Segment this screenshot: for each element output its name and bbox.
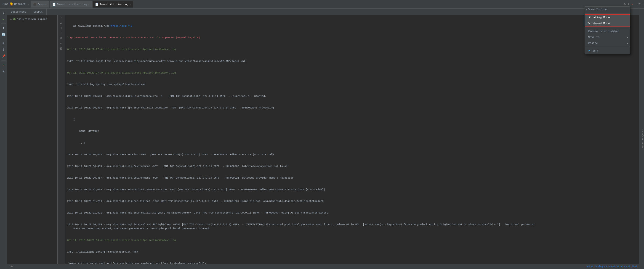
close-tab-localhost[interactable]: ✕	[88, 3, 90, 6]
menu-sep-3	[585, 47, 630, 47]
menu-highlighted-section: Floating Mode Windowed Mode	[585, 14, 630, 27]
log-line-6: 2018-10-11 10:29:29,528 - com.zaxxer.hik…	[67, 94, 637, 98]
menu-resize[interactable]: Resize	[585, 40, 630, 46]
server-icon: ⬛	[33, 3, 36, 6]
toolbar-sep-1	[1, 23, 6, 24]
main-layout: ↺ ▶ ⬆ 🔄 ⊞ ⤵ 📌 ✕ ⊞ Deployment Output	[0, 9, 644, 269]
copy-gutter[interactable]: ⧉	[59, 36, 64, 41]
log-icon-1: 📄	[52, 3, 56, 6]
trash-gutter[interactable]: 🗑	[59, 46, 64, 51]
app-title: JRO	[638, 2, 642, 6]
close-icon[interactable]: ✕	[631, 2, 633, 6]
move-to-label: Move to	[588, 36, 600, 39]
wrap-button[interactable]: ⤵	[1, 47, 6, 52]
content-split: ▶ analytics:war explod ↑ ⊞ ⤵ ↕ ⧉ ⊘ 🗑	[7, 15, 639, 264]
project-name: Unnamed	[14, 3, 26, 6]
restart-button[interactable]: ↺	[1, 10, 6, 15]
menu-help[interactable]: ? Help	[585, 48, 630, 54]
log-line-1: log4j:ERROR Either File or DatePattern o…	[67, 36, 637, 40]
status-url: https://blog.csdn.net/weixin_a6210069	[586, 265, 637, 268]
filter-button[interactable]: ⊞	[1, 41, 6, 46]
log-line-7: 2018-10-11 10:29:30,314 - org.hibernate.…	[67, 106, 637, 110]
more-button[interactable]: ⊞	[1, 69, 6, 74]
panel-headers: Deployment Output	[7, 9, 639, 15]
left-toolbar: ↺ ▶ ⬆ 🔄 ⊞ ⤵ 📌 ✕ ⊞	[0, 9, 7, 269]
deployment-panel: ▶ analytics:war explod	[7, 15, 58, 264]
minimize-icon[interactable]: ⬇	[627, 2, 629, 6]
log-line-5: INFO: Initializing Spring root WebApplic…	[67, 83, 637, 87]
log-line-10: ...]	[67, 141, 637, 145]
line-number: 144	[9, 265, 13, 268]
scroll-gutter[interactable]: ↕	[59, 31, 64, 36]
step-over-button[interactable]: ⬆	[1, 25, 6, 31]
log-content[interactable]: at java.lang.Thread.run(Thread.java:745)…	[65, 15, 639, 264]
menu-sep-1	[585, 13, 630, 13]
settings-icon[interactable]: ⚙	[624, 2, 626, 6]
tab-catalina-label: Tomcat Catalina Log	[100, 3, 128, 6]
log-line-12: 2018-10-11 10:29:30,465 - org.hibernate.…	[67, 164, 637, 168]
log-line-17: 2018-10-11 10:29:34,209 - org.hibernate.…	[67, 223, 637, 230]
menu-show-toolbar[interactable]: Show Toolbar	[585, 7, 630, 12]
log-line-4: Oct 11, 2018 10:29:27 AM org.apache.cata…	[67, 71, 637, 75]
toolbar-sep-2	[1, 39, 6, 39]
log-line-15: 2018-10-11 10:29:31,294 - org.hibernate.…	[67, 199, 637, 203]
status-bar: 144 https://blog.csdn.net/weixin_a621006…	[7, 264, 639, 269]
deployment-header: Deployment	[7, 9, 30, 15]
maven-projects-label[interactable]: Maven Projects	[642, 127, 644, 150]
log-line-2: Oct 11, 2018 10:29:27 AM org.apache.cata…	[67, 47, 637, 51]
menu-move-to[interactable]: Move to	[585, 34, 630, 40]
deployment-item[interactable]: ▶ analytics:war explod	[9, 17, 56, 21]
log-line-11: 2018-10-11 10:29:30,463 - org.hibernate.…	[67, 153, 637, 157]
clear-gutter[interactable]: ⊘	[59, 41, 64, 46]
run-icon: 🐈	[9, 2, 13, 6]
log-line-16: 2018-10-11 10:29:31,871 - org.hibernate.…	[67, 211, 637, 215]
update-button[interactable]: 🔄	[1, 32, 6, 37]
tab-server-label: Server	[38, 3, 47, 6]
help-icon: ?	[588, 49, 590, 53]
log-line-14: 2018-10-11 10:29:31,075 - org.hibernate.…	[67, 188, 637, 192]
windowed-mode-label: Windowed Mode	[588, 22, 610, 25]
stop-button[interactable]: ✕	[1, 62, 6, 68]
context-menu: Show Toolbar Floating Mode Windowed Mode…	[584, 6, 630, 54]
tab-server[interactable]: ⬛ Server	[30, 1, 49, 7]
thread-link[interactable]: Thread.java:745	[110, 25, 132, 27]
deployment-label: analytics:war explod	[17, 18, 47, 20]
log-icon-2: 📄	[95, 3, 98, 6]
log-line-13: 2018-10-11 10:29:30,467 - org.hibernate.…	[67, 176, 637, 180]
show-toolbar-label: Show Toolbar	[588, 8, 608, 11]
top-bar-actions: ⚙ ⬇ ✕ JRO	[624, 2, 642, 6]
output-header: Output	[30, 9, 46, 15]
log-line-9: name: default	[67, 129, 637, 133]
expand-icon: ▶	[10, 18, 12, 20]
log-line-3: INFO: Initializing log4j from [/Users/ji…	[67, 59, 637, 63]
help-label: Help	[592, 49, 598, 53]
content-area: Deployment Output ▶ analytics:war explod	[7, 9, 639, 269]
pin-button[interactable]: 📌	[1, 53, 6, 59]
wrap-gutter[interactable]: ⤵	[59, 26, 64, 31]
log-line-18: Oct 11, 2018 10:29:34 AM org.apache.cata…	[67, 238, 637, 242]
log-line-8: [	[67, 118, 637, 121]
log-line-19: INFO: Initializing Spring FrameworkServl…	[67, 250, 637, 254]
scroll-up-gutter[interactable]: ↑	[59, 16, 64, 20]
menu-sep-2	[585, 28, 630, 28]
filter-gutter[interactable]: ⊞	[59, 21, 64, 25]
run-button[interactable]: ▶	[1, 16, 6, 22]
top-bar: Run: 🐈 Unnamed ✕ ⬛ Server 📄 Tomcat Local…	[0, 0, 644, 9]
floating-mode-label: Floating Mode	[588, 16, 610, 19]
resize-label: Resize	[588, 42, 598, 45]
run-text: Run:	[2, 3, 8, 6]
close-project[interactable]: ✕	[28, 3, 29, 6]
remove-sidebar-label: Remove from Sidebar	[588, 30, 619, 33]
log-panel: ↑ ⊞ ⤵ ↕ ⧉ ⊘ 🗑 at java.lang.Thread.run(Th…	[58, 15, 639, 264]
menu-windowed-mode[interactable]: Windowed Mode	[585, 20, 630, 26]
tab-tomcat-localhost[interactable]: 📄 Tomcat Localhost Log ✕	[50, 1, 92, 7]
log-gutter: ↑ ⊞ ⤵ ↕ ⧉ ⊘ 🗑	[58, 15, 65, 264]
right-sidebar-strip[interactable]: Maven Projects	[639, 9, 644, 269]
close-tab-catalina[interactable]: ✕	[129, 3, 131, 6]
tab-tomcat-catalina[interactable]: 📄 Tomcat Catalina Log ✕	[92, 1, 133, 7]
menu-floating-mode[interactable]: Floating Mode	[585, 15, 630, 20]
tab-localhost-label: Tomcat Localhost Log	[57, 3, 87, 6]
run-label: Run: 🐈 Unnamed ✕	[2, 2, 29, 6]
status-dot	[13, 18, 16, 20]
menu-remove-sidebar[interactable]: Remove from Sidebar	[585, 28, 630, 34]
